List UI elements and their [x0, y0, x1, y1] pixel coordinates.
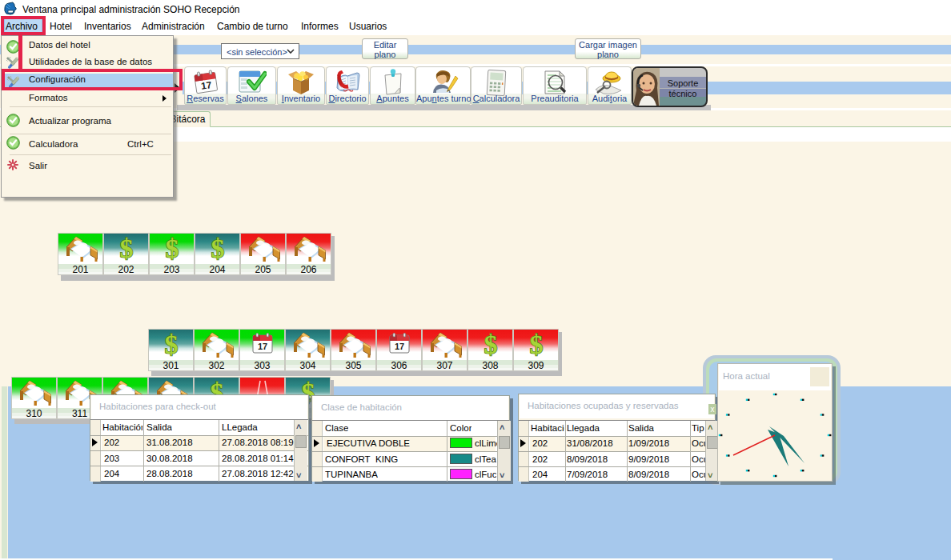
svg-text:17: 17 [394, 342, 403, 351]
svg-text:$: $ [165, 234, 179, 262]
svg-text:$: $ [119, 234, 133, 262]
svg-text:$: $ [484, 330, 497, 358]
svg-text:17: 17 [200, 79, 212, 92]
svg-text:17: 17 [257, 342, 267, 351]
svg-text:$: $ [164, 330, 178, 358]
svg-text:$: $ [211, 234, 224, 262]
svg-text:$: $ [529, 330, 543, 358]
